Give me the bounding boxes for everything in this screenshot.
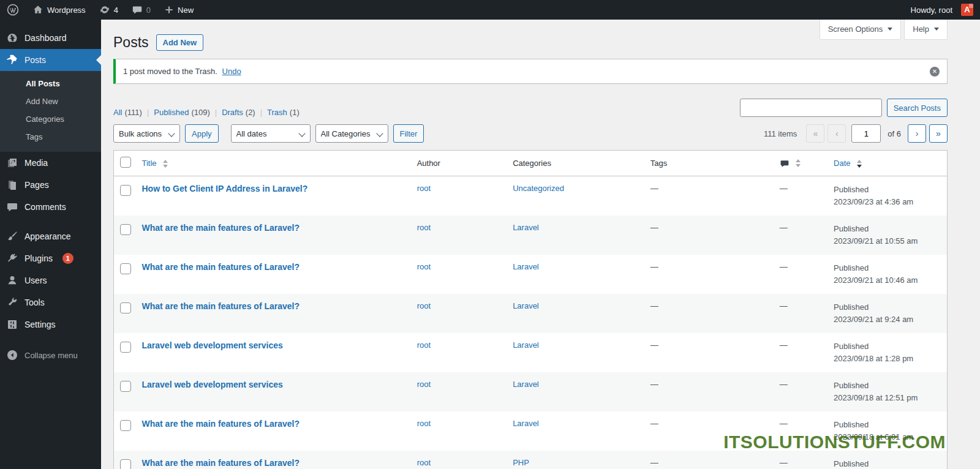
wp-logo-menu[interactable] — [0, 0, 26, 20]
author-link[interactable]: root — [417, 419, 431, 428]
post-status-filters: All (111) Published (109) Drafts (2) Tra… — [113, 108, 300, 117]
column-header-date[interactable]: Date — [827, 151, 947, 176]
table-row: Laravel web development services root La… — [114, 372, 948, 411]
sidebar-item-comments[interactable]: Comments — [0, 196, 101, 218]
new-content-menu[interactable]: New — [157, 0, 200, 20]
post-title-link[interactable]: What are the main features of Laravel? — [142, 419, 300, 429]
avatar: A — [961, 4, 973, 16]
select-all-checkbox[interactable] — [120, 157, 131, 168]
search-input[interactable] — [740, 99, 882, 117]
category-link[interactable]: Laravel — [513, 262, 539, 271]
status-filter-link[interactable]: Trash — [267, 108, 287, 117]
add-new-button[interactable]: Add New — [156, 34, 204, 51]
prev-page-button[interactable]: ‹ — [827, 124, 846, 143]
row-checkbox[interactable] — [120, 302, 131, 313]
post-status: Published — [834, 263, 869, 272]
author-link[interactable]: root — [417, 184, 431, 193]
post-title-link[interactable]: What are the main features of Laravel? — [142, 262, 300, 272]
sidebar-item-users[interactable]: Users — [0, 269, 101, 291]
column-header-comments[interactable] — [774, 151, 827, 176]
column-header-categories: Categories — [507, 151, 644, 176]
post-title-link[interactable]: Laravel web development services — [142, 340, 283, 350]
post-title-link[interactable]: What are the main features of Laravel? — [142, 301, 300, 311]
dates-filter-select[interactable]: All dates — [231, 124, 311, 143]
filter-button[interactable]: Filter — [393, 124, 424, 143]
row-checkbox[interactable] — [120, 420, 131, 431]
sidebar-item-dashboard[interactable]: Dashboard — [0, 27, 101, 49]
last-page-button[interactable]: » — [929, 124, 948, 143]
author-link[interactable]: root — [417, 301, 431, 310]
category-link[interactable]: Laravel — [513, 419, 539, 428]
sidebar-item-label: Tools — [24, 298, 45, 307]
row-checkbox[interactable] — [120, 185, 131, 196]
sidebar-item-pages[interactable]: Pages — [0, 174, 101, 196]
post-title-link[interactable]: Laravel web development services — [142, 380, 283, 389]
comment-bubble-icon — [780, 159, 790, 168]
site-name: Wordpress — [47, 6, 86, 15]
posts-submenu: All Posts Add New Categories Tags — [0, 71, 101, 152]
status-filter-link[interactable]: Drafts — [222, 108, 243, 117]
sidebar-item-tools[interactable]: Tools — [0, 291, 101, 313]
author-link[interactable]: root — [417, 262, 431, 271]
sidebar-item-plugins[interactable]: Plugins 1 — [0, 247, 101, 269]
status-filter-item: Trash (1) — [267, 108, 300, 117]
admin-sidebar: Dashboard Posts All Posts Add New Catego… — [0, 20, 101, 469]
categories-filter-select[interactable]: All Categories — [315, 124, 388, 143]
submenu-add-new[interactable]: Add New — [0, 92, 101, 110]
row-checkbox[interactable] — [120, 459, 131, 469]
category-link[interactable]: Laravel — [513, 340, 539, 350]
dismiss-notice-icon[interactable]: ✕ — [930, 67, 940, 77]
category-link[interactable]: Laravel — [513, 223, 539, 232]
row-checkbox[interactable] — [120, 224, 131, 235]
sidebar-item-posts[interactable]: Posts — [0, 49, 101, 71]
submenu-categories[interactable]: Categories — [0, 110, 101, 128]
column-header-author: Author — [411, 151, 507, 176]
apply-button[interactable]: Apply — [185, 124, 219, 143]
help-button[interactable]: Help — [904, 20, 948, 40]
category-link[interactable]: Uncategorized — [513, 184, 564, 193]
submenu-all-posts[interactable]: All Posts — [0, 75, 101, 92]
media-icon — [6, 157, 18, 169]
post-title-link[interactable]: What are the main features of Laravel? — [142, 223, 300, 233]
sidebar-item-settings[interactable]: Settings — [0, 313, 101, 336]
post-date: 2023/09/18 at 1:28 pm — [834, 354, 913, 363]
row-checkbox[interactable] — [120, 263, 131, 274]
sidebar-item-appearance[interactable]: Appearance — [0, 225, 101, 247]
updates-count: 4 — [114, 6, 118, 15]
row-checkbox[interactable] — [120, 342, 131, 353]
tags-value: — — [650, 262, 658, 271]
post-title-link[interactable]: What are the main features of Laravel? — [142, 458, 300, 468]
status-filter-link[interactable]: All — [113, 108, 122, 117]
author-link[interactable]: root — [417, 340, 431, 350]
comments-value: — — [780, 223, 788, 232]
submenu-tags[interactable]: Tags — [0, 128, 101, 146]
column-header-title[interactable]: Title — [136, 151, 411, 176]
search-posts-button[interactable]: Search Posts — [887, 99, 948, 117]
undo-link[interactable]: Undo — [222, 67, 241, 76]
author-link[interactable]: root — [417, 223, 431, 232]
row-checkbox[interactable] — [120, 381, 131, 392]
author-link[interactable]: root — [417, 380, 431, 389]
screen-options-button[interactable]: Screen Options — [820, 20, 902, 40]
bulk-actions-select[interactable]: Bulk actions — [113, 124, 180, 143]
categories-select-wrap: All Categories — [315, 124, 388, 143]
my-account-menu[interactable]: Howdy, root A — [904, 0, 980, 20]
total-pages-label: of 6 — [888, 129, 901, 138]
site-menu[interactable]: Wordpress — [26, 0, 92, 20]
sidebar-item-media[interactable]: Media — [0, 152, 101, 174]
post-title-link[interactable]: How to Get Client IP Address in Laravel? — [142, 184, 308, 193]
next-page-button[interactable]: › — [908, 124, 926, 143]
collapse-menu-button[interactable]: Collapse menu — [0, 344, 101, 366]
category-link[interactable]: Laravel — [513, 380, 539, 389]
status-filter-item: Drafts (2) — [222, 108, 267, 117]
category-link[interactable]: PHP — [513, 458, 529, 467]
updates-menu[interactable]: 4 — [92, 0, 125, 20]
table-row: What are the main features of Laravel? r… — [114, 411, 948, 451]
first-page-button[interactable]: « — [806, 124, 824, 143]
comments-menu[interactable]: 0 — [125, 0, 157, 20]
current-page-input[interactable] — [851, 124, 881, 143]
category-link[interactable]: Laravel — [513, 301, 539, 310]
author-link[interactable]: root — [417, 458, 431, 467]
status-filter-link[interactable]: Published — [154, 108, 189, 117]
post-status: Published — [834, 342, 869, 351]
